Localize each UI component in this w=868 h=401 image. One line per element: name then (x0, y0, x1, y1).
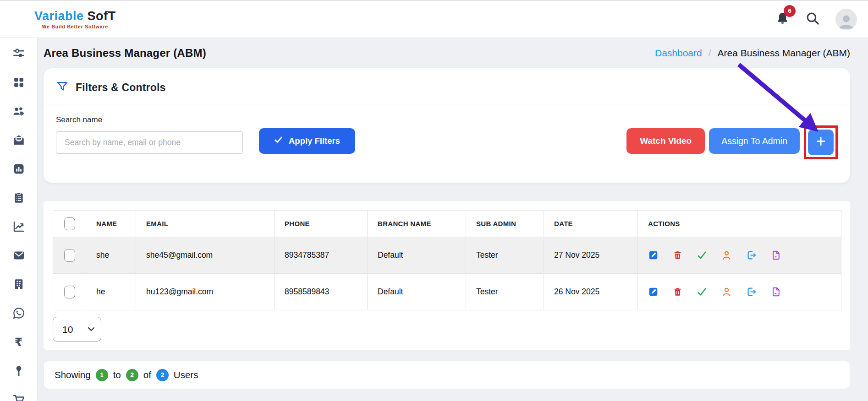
total-badge: 2 (156, 369, 169, 381)
cell-date: 27 Nov 2025 (544, 237, 638, 274)
column-header-name: NAME (86, 211, 136, 237)
mail-open-icon[interactable] (12, 134, 25, 146)
line-chart-icon[interactable] (12, 220, 25, 233)
brand-tagline: We Build Better Software (34, 24, 116, 29)
logout-icon[interactable] (746, 287, 757, 297)
edit-icon[interactable] (648, 287, 659, 297)
breadcrumb-dashboard-link[interactable]: Dashboard (655, 48, 702, 59)
users-table-card: NAME EMAIL PHONE BRANCH NAME SUB ADMIN D… (44, 201, 850, 350)
main-content: Area Business Manager (ABM) Dashboard / … (38, 38, 868, 401)
user-avatar[interactable] (835, 9, 857, 30)
funnel-icon (56, 80, 69, 95)
delete-icon[interactable] (673, 250, 682, 260)
approve-icon[interactable] (697, 287, 707, 297)
table-row: she she45@gmail.com 8934785387 Default T… (53, 237, 841, 274)
left-sidebar (0, 38, 38, 401)
watch-video-button[interactable]: Watch Video (626, 128, 705, 154)
breadcrumb-separator: / (709, 48, 711, 59)
cell-name: she (86, 237, 136, 274)
page-size-select[interactable]: 10 (53, 317, 101, 341)
page-header: Area Business Manager (ABM) Dashboard / … (44, 38, 850, 68)
approve-icon[interactable] (697, 250, 707, 260)
to-badge: 2 (126, 369, 138, 381)
search-group: Search name (56, 115, 243, 154)
notification-bell[interactable]: 6 (775, 11, 790, 27)
user-icon[interactable] (721, 250, 732, 260)
column-header-email: EMAIL (136, 211, 275, 237)
document-icon[interactable] (771, 250, 781, 260)
column-header-date: DATE (544, 211, 638, 237)
brand-logo[interactable]: Variable SofT We Build Better Software (34, 9, 116, 29)
filters-card-title: Filters & Controls (76, 81, 166, 94)
cell-sub-admin: Tester (466, 237, 544, 274)
from-badge: 1 (96, 369, 108, 381)
apply-filters-button[interactable]: Apply Filters (259, 128, 355, 154)
row-actions (648, 250, 841, 260)
cell-email: hu123@gmail.com (136, 274, 275, 310)
table-header-row: NAME EMAIL PHONE BRANCH NAME SUB ADMIN D… (53, 211, 841, 237)
cell-email: she45@gmail.com (136, 237, 275, 274)
of-word: of (143, 369, 151, 380)
filters-card: Filters & Controls Search name Apply Fil… (44, 68, 850, 183)
brand-name: Variable SofT (34, 9, 116, 23)
assign-to-admin-button[interactable]: Assign To Admin (709, 128, 800, 154)
filters-card-header: Filters & Controls (56, 68, 838, 95)
notification-count-badge: 6 (784, 5, 796, 17)
cell-phone: 8958589843 (275, 274, 368, 310)
column-header-phone: PHONE (275, 211, 368, 237)
cell-branch: Default (368, 237, 466, 274)
cart-icon[interactable] (12, 393, 25, 401)
search-icon[interactable] (805, 11, 820, 27)
search-input[interactable] (56, 131, 243, 154)
search-name-label: Search name (56, 115, 243, 125)
row-actions (648, 287, 841, 297)
users-settings-icon[interactable] (12, 105, 25, 118)
whatsapp-icon[interactable] (12, 307, 25, 320)
showing-word: Showing (55, 369, 91, 380)
cell-phone: 8934785387 (275, 237, 368, 274)
select-all-checkbox[interactable] (64, 217, 75, 230)
breadcrumb: Dashboard / Area Business Manager (ABM) (655, 48, 850, 59)
cell-name: he (86, 274, 136, 310)
to-word: to (113, 369, 121, 380)
filters-controls-row: Search name Apply Filters Watch Video As… (56, 115, 838, 154)
rupee-icon[interactable] (12, 336, 25, 348)
divider (44, 104, 850, 104)
cell-branch: Default (368, 274, 466, 310)
user-icon[interactable] (721, 287, 732, 297)
building-icon[interactable] (12, 278, 25, 291)
cell-date: 26 Nov 2025 (544, 274, 638, 310)
bar-chart-icon[interactable] (12, 163, 25, 175)
topbar-actions: 6 (775, 9, 857, 30)
delete-icon[interactable] (673, 287, 682, 297)
row-checkbox[interactable] (64, 249, 75, 262)
page-size-row: 10 (53, 317, 841, 341)
add-button-highlight-box: + (804, 125, 838, 159)
page-title: Area Business Manager (ABM) (44, 47, 206, 60)
table-row: he hu123@gmail.com 8958589843 Default Te… (53, 274, 841, 310)
edit-icon[interactable] (648, 250, 659, 260)
users-table: NAME EMAIL PHONE BRANCH NAME SUB ADMIN D… (53, 210, 841, 310)
pin-icon[interactable] (12, 364, 25, 377)
sliders-icon[interactable] (12, 47, 25, 60)
column-header-actions: ACTIONS (638, 211, 841, 237)
grid-dashboard-icon[interactable] (12, 76, 25, 89)
column-header-sub-admin: SUB ADMIN (466, 211, 544, 237)
row-checkbox[interactable] (64, 286, 75, 298)
top-bar: Variable SofT We Build Better Software 6 (0, 0, 868, 38)
cell-sub-admin: Tester (466, 274, 544, 310)
bell-icon (775, 19, 790, 27)
envelope-icon[interactable] (12, 249, 25, 262)
breadcrumb-current: Area Business Manager (ABM) (718, 48, 850, 59)
users-word: Users (174, 369, 198, 380)
add-abm-button[interactable]: + (808, 130, 834, 155)
clipboard-icon[interactable] (12, 191, 25, 204)
check-icon (274, 136, 283, 146)
logout-icon[interactable] (746, 250, 757, 260)
showing-summary-card: Showing 1 to 2 of 2 Users (44, 361, 850, 389)
document-icon[interactable] (771, 287, 781, 297)
column-header-branch: BRANCH NAME (368, 211, 466, 237)
